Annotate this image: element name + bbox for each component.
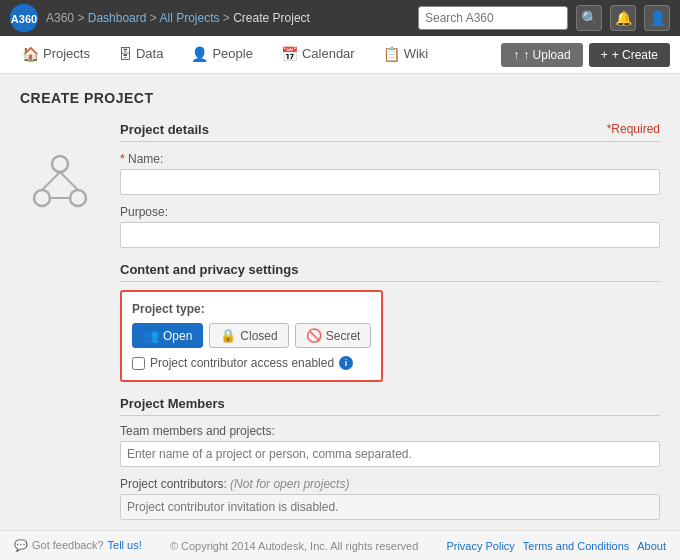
form-body: Project details *Required * Name: Purpos… <box>120 122 660 530</box>
contributor-access: Project contributor access enabled i <box>132 356 371 370</box>
project-type-box: Project type: 👥 Open 🔒 Closed 🚫 Secre <box>120 290 383 382</box>
name-label: * Name: <box>120 152 660 166</box>
upload-icon: ↑ <box>513 48 519 62</box>
search-button[interactable]: 🔍 <box>576 5 602 31</box>
upload-button[interactable]: ↑ ↑ Upload <box>501 43 582 67</box>
topbar: A360 A360 > Dashboard > All Projects > C… <box>0 0 680 36</box>
footer-copyright: © Copyright 2014 Autodesk, Inc. All righ… <box>150 540 439 552</box>
svg-text:A360: A360 <box>11 13 37 25</box>
svg-point-4 <box>70 190 86 206</box>
app-logo[interactable]: A360 <box>10 4 38 32</box>
navbar-actions: ↑ ↑ Upload + + Create <box>501 43 670 67</box>
project-details-section-title: Project details *Required <box>120 122 660 142</box>
project-type-buttons: 👥 Open 🔒 Closed 🚫 Secret <box>132 323 371 348</box>
project-type-label: Project type: <box>132 302 371 316</box>
upload-label: ↑ Upload <box>523 48 570 62</box>
privacy-link[interactable]: Privacy Policy <box>446 540 514 552</box>
contributor-label: Project contributor access enabled <box>150 356 334 370</box>
closed-icon: 🔒 <box>220 328 236 343</box>
privacy-title: Content and privacy settings <box>120 262 660 282</box>
nav-calendar-label: Calendar <box>302 46 355 61</box>
feedback-text: Got feedback? <box>32 539 104 552</box>
nav-data[interactable]: 🗄 Data <box>106 36 175 74</box>
calendar-icon: 📅 <box>281 46 298 62</box>
svg-line-6 <box>60 172 78 190</box>
nav-projects[interactable]: 🏠 Projects <box>10 36 102 74</box>
purpose-input[interactable] <box>120 222 660 248</box>
nav-people-label: People <box>212 46 252 61</box>
nav-people[interactable]: 👤 People <box>179 36 264 74</box>
contributors-label: Project contributors: (Not for open proj… <box>120 477 660 491</box>
required-note: *Required <box>607 122 660 136</box>
profile-button[interactable]: 👤 <box>644 5 670 31</box>
project-icon-svg <box>30 152 90 212</box>
data-icon: 🗄 <box>118 46 132 62</box>
type-open-button[interactable]: 👥 Open <box>132 323 203 348</box>
contributors-group: Project contributors: (Not for open proj… <box>120 477 660 520</box>
type-closed-label: Closed <box>240 329 277 343</box>
about-link[interactable]: About <box>637 540 666 552</box>
breadcrumb: A360 > Dashboard > All Projects > Create… <box>46 11 410 25</box>
form-container: Project details *Required * Name: Purpos… <box>20 122 660 530</box>
info-icon[interactable]: i <box>339 356 353 370</box>
search-input[interactable] <box>418 6 568 30</box>
privacy-section: Content and privacy settings Project typ… <box>120 262 660 382</box>
team-members-label: Team members and projects: <box>120 424 660 438</box>
breadcrumb-all-projects[interactable]: All Projects <box>159 11 219 25</box>
svg-point-3 <box>34 190 50 206</box>
team-members-input[interactable] <box>120 441 660 467</box>
nav-projects-label: Projects <box>43 46 90 61</box>
main-content: CREATE PROJECT Project details *Required <box>0 74 680 530</box>
name-group: * Name: <box>120 152 660 195</box>
footer: 💬 Got feedback? Tell us! © Copyright 201… <box>0 530 680 560</box>
breadcrumb-sep3: > <box>223 11 233 25</box>
breadcrumb-current: Create Project <box>233 11 310 25</box>
secret-icon: 🚫 <box>306 328 322 343</box>
nav-wiki[interactable]: 📋 Wiki <box>371 36 441 74</box>
open-icon: 👥 <box>143 328 159 343</box>
feedback-icon: 💬 <box>14 539 28 552</box>
purpose-group: Purpose: <box>120 205 660 248</box>
type-open-label: Open <box>163 329 192 343</box>
contributors-input <box>120 494 660 520</box>
project-icon-area <box>20 122 100 530</box>
type-secret-label: Secret <box>326 329 361 343</box>
svg-line-5 <box>42 172 60 190</box>
wiki-icon: 📋 <box>383 46 400 62</box>
projects-icon: 🏠 <box>22 46 39 62</box>
notification-button[interactable]: 🔔 <box>610 5 636 31</box>
breadcrumb-dashboard[interactable]: Dashboard <box>88 11 147 25</box>
contributor-checkbox[interactable] <box>132 357 145 370</box>
team-members-group: Team members and projects: <box>120 424 660 467</box>
type-closed-button[interactable]: 🔒 Closed <box>209 323 288 348</box>
type-secret-button[interactable]: 🚫 Secret <box>295 323 372 348</box>
page-title: CREATE PROJECT <box>20 90 660 106</box>
footer-links: Privacy Policy Terms and Conditions Abou… <box>446 540 666 552</box>
name-input[interactable] <box>120 169 660 195</box>
nav-data-label: Data <box>136 46 163 61</box>
nav-wiki-label: Wiki <box>404 46 429 61</box>
footer-feedback: 💬 Got feedback? Tell us! <box>14 539 142 552</box>
members-section: Project Members Team members and project… <box>120 396 660 520</box>
create-nav-button[interactable]: + + Create <box>589 43 670 67</box>
members-title: Project Members <box>120 396 660 416</box>
create-nav-icon: + <box>601 48 608 62</box>
navbar: 🏠 Projects 🗄 Data 👤 People 📅 Calendar 📋 … <box>0 36 680 74</box>
nav-calendar[interactable]: 📅 Calendar <box>269 36 367 74</box>
terms-link[interactable]: Terms and Conditions <box>523 540 629 552</box>
tell-us-link[interactable]: Tell us! <box>108 539 142 552</box>
breadcrumb-prefix: A360 <box>46 11 74 25</box>
purpose-label: Purpose: <box>120 205 660 219</box>
people-icon: 👤 <box>191 46 208 62</box>
breadcrumb-sep1: > <box>77 11 87 25</box>
svg-point-2 <box>52 156 68 172</box>
create-nav-label: + Create <box>612 48 658 62</box>
